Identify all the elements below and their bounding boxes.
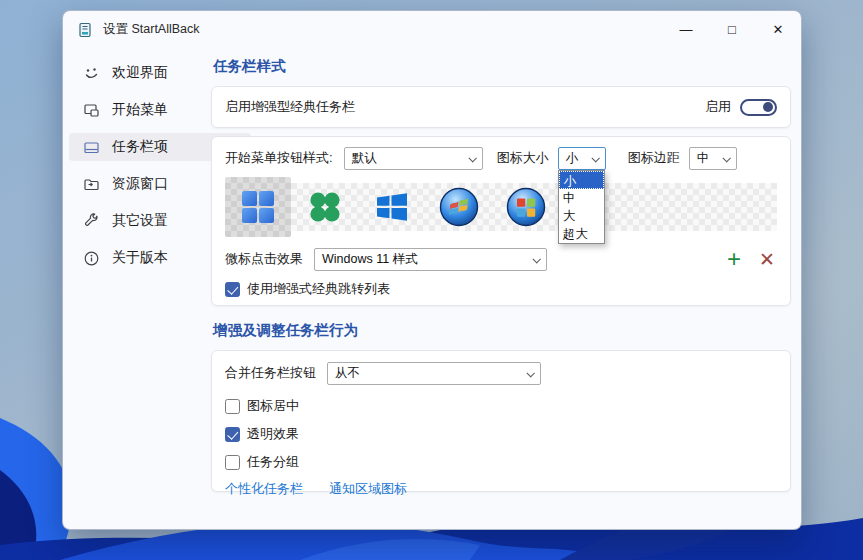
enable-taskbar-label: 启用增强型经典任务栏 bbox=[225, 98, 355, 116]
icon-padding-label: 图标边距 bbox=[628, 149, 680, 167]
orb-clover-logo[interactable] bbox=[291, 183, 358, 231]
close-button[interactable]: ✕ bbox=[755, 11, 801, 48]
icon-size-dropdown-list: 小 中 大 超大 bbox=[558, 170, 605, 244]
dropdown-option-small[interactable]: 小 bbox=[559, 171, 604, 189]
combine-buttons-label: 合并任务栏按钮 bbox=[225, 364, 316, 382]
folder-icon bbox=[83, 176, 100, 193]
orb-windows-10-logo[interactable] bbox=[358, 183, 425, 231]
section-title-taskbar-behavior: 增强及调整任务栏行为 bbox=[213, 321, 791, 340]
start-button-orb-picker bbox=[225, 177, 777, 237]
windows-vista-orb bbox=[506, 187, 546, 227]
start-button-style-label: 开始菜单按钮样式: bbox=[225, 149, 333, 167]
sidebar-item-label: 任务栏项 bbox=[112, 138, 168, 156]
task-grouping-checkbox[interactable] bbox=[225, 455, 240, 470]
jumplist-checkbox-label: 使用增强式经典跳转列表 bbox=[247, 280, 390, 298]
combine-buttons-value: 从不 bbox=[335, 365, 360, 382]
orb-windows-11-logo[interactable] bbox=[225, 177, 291, 237]
settings-window: 设置 StartAllBack — □ ✕ 欢迎界面 开始菜单 bbox=[62, 10, 802, 530]
icon-size-select[interactable]: 小 小 中 大 超大 bbox=[558, 147, 606, 170]
toggle-state-label: 启用 bbox=[705, 98, 731, 116]
icon-size-value: 小 bbox=[566, 150, 579, 167]
smiley-icon bbox=[83, 65, 100, 82]
dropdown-option-medium[interactable]: 中 bbox=[559, 189, 604, 207]
toggle-knob bbox=[763, 102, 773, 112]
taskbar-style-card: 开始菜单按钮样式: 默认 图标大小 小 小 中 大 超大 bbox=[211, 136, 791, 306]
chevron-down-icon bbox=[468, 154, 476, 162]
sidebar-item-label: 开始菜单 bbox=[112, 101, 168, 119]
section-title-taskbar-style: 任务栏样式 bbox=[213, 57, 791, 76]
windows-7-orb bbox=[439, 187, 479, 227]
combine-buttons-select[interactable]: 从不 bbox=[327, 362, 541, 385]
add-button[interactable]: + bbox=[721, 249, 747, 269]
icon-padding-value: 中 bbox=[697, 150, 710, 167]
sidebar-item-label: 资源窗口 bbox=[112, 175, 168, 193]
sidebar-item-label: 关于版本 bbox=[112, 249, 168, 267]
center-icons-checkbox[interactable] bbox=[225, 399, 240, 414]
info-icon bbox=[83, 250, 100, 267]
windows-10-logo bbox=[375, 190, 409, 224]
task-grouping-label: 任务分组 bbox=[247, 453, 299, 471]
wrench-icon bbox=[83, 213, 100, 230]
minimize-button[interactable]: — bbox=[663, 11, 709, 48]
personalize-taskbar-link[interactable]: 个性化任务栏 bbox=[225, 480, 303, 498]
taskbar-icon bbox=[83, 139, 100, 156]
dropdown-option-xlarge[interactable]: 超大 bbox=[559, 225, 604, 243]
chevron-down-icon bbox=[722, 154, 730, 162]
icon-padding-select[interactable]: 中 bbox=[689, 147, 737, 170]
orb-windows-vista-orb[interactable] bbox=[492, 183, 559, 231]
titlebar: 设置 StartAllBack — □ ✕ bbox=[63, 11, 801, 48]
start-menu-icon bbox=[83, 102, 100, 119]
enable-taskbar-toggle[interactable] bbox=[740, 99, 777, 116]
chevron-down-icon bbox=[532, 255, 540, 263]
sidebar-item-label: 其它设置 bbox=[112, 212, 168, 230]
jumplist-checkbox[interactable] bbox=[225, 282, 240, 297]
orb-windows-7-orb[interactable] bbox=[425, 183, 492, 231]
clover-logo bbox=[308, 190, 342, 224]
chevron-down-icon bbox=[591, 154, 599, 162]
remove-button[interactable]: ✕ bbox=[747, 248, 777, 271]
sidebar-item-label: 欢迎界面 bbox=[112, 64, 168, 82]
app-icon bbox=[78, 22, 94, 38]
icon-size-label: 图标大小 bbox=[497, 149, 549, 167]
windows-11-logo bbox=[241, 190, 275, 224]
transparency-checkbox[interactable] bbox=[225, 427, 240, 442]
center-icons-label: 图标居中 bbox=[247, 397, 299, 415]
content-pane: 任务栏样式 启用增强型经典任务栏 启用 开始菜单按钮样式: 默认 图标大小 小 bbox=[211, 48, 791, 492]
click-effect-select[interactable]: Windows 11 样式 bbox=[314, 248, 547, 271]
enable-taskbar-card: 启用增强型经典任务栏 启用 bbox=[211, 86, 791, 128]
start-button-style-select[interactable]: 默认 bbox=[344, 147, 483, 170]
transparency-label: 透明效果 bbox=[247, 425, 299, 443]
start-button-style-value: 默认 bbox=[352, 150, 377, 167]
chevron-down-icon bbox=[526, 369, 534, 377]
click-effect-label: 微标点击效果 bbox=[225, 250, 303, 268]
dropdown-option-large[interactable]: 大 bbox=[559, 207, 604, 225]
notification-area-icons-link[interactable]: 通知区域图标 bbox=[329, 480, 407, 498]
window-title: 设置 StartAllBack bbox=[103, 21, 200, 38]
taskbar-behavior-card: 合并任务栏按钮 从不 图标居中 透明效果 任务分组 个性化任务栏 通知区 bbox=[211, 350, 791, 492]
maximize-button[interactable]: □ bbox=[709, 11, 755, 48]
click-effect-value: Windows 11 样式 bbox=[322, 251, 418, 268]
